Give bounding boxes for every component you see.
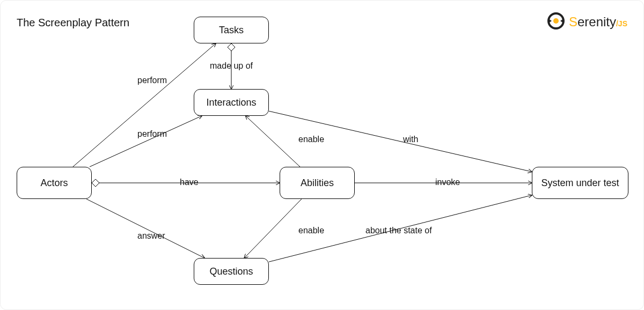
brand-suffix: /JS	[616, 19, 627, 28]
edge-label-actors-abilities: have	[180, 178, 199, 187]
brand-text: Serenity/JS	[569, 14, 627, 29]
edge-label-abilities-questions: enable	[298, 226, 324, 235]
edge-label-actors-questions: answer	[137, 231, 165, 241]
edge-label-questions-system: about the state of	[365, 226, 432, 235]
edge-label-abilities-interactions: enable	[298, 135, 324, 144]
node-actors: Actors	[17, 167, 92, 199]
edge-label-actors-tasks: perform	[137, 76, 167, 85]
node-tasks: Tasks	[194, 17, 269, 43]
edges-layer	[1, 1, 644, 310]
brand-logo: Serenity/JS	[546, 11, 627, 33]
brand-name-rest: erenity	[577, 14, 616, 29]
edge-label-abilities-system: invoke	[435, 178, 460, 187]
node-label: Interactions	[206, 97, 256, 108]
node-interactions: Interactions	[194, 89, 269, 116]
edge-label-tasks-interactions: made up of	[210, 61, 253, 71]
node-label: System under test	[541, 178, 619, 189]
node-label: Questions	[209, 266, 253, 277]
edge-abilities-interactions	[246, 116, 300, 167]
edge-abilities-questions	[244, 199, 302, 258]
diamond-icon	[92, 179, 99, 187]
node-questions: Questions	[194, 258, 269, 285]
edge-label-interactions-system: with	[403, 135, 418, 144]
node-abilities: Abilities	[280, 167, 355, 199]
node-label: Tasks	[219, 25, 244, 36]
edge-actors-questions	[86, 199, 204, 258]
serenity-logo-icon	[546, 11, 566, 33]
node-label: Abilities	[301, 178, 334, 189]
page-title: The Screenplay Pattern	[17, 17, 129, 29]
edge-actors-interactions	[90, 116, 202, 167]
node-label: Actors	[40, 178, 68, 189]
edge-label-actors-interactions: perform	[137, 129, 167, 139]
node-system: System under test	[532, 167, 628, 199]
svg-point-1	[553, 18, 559, 24]
diamond-icon	[228, 43, 235, 51]
